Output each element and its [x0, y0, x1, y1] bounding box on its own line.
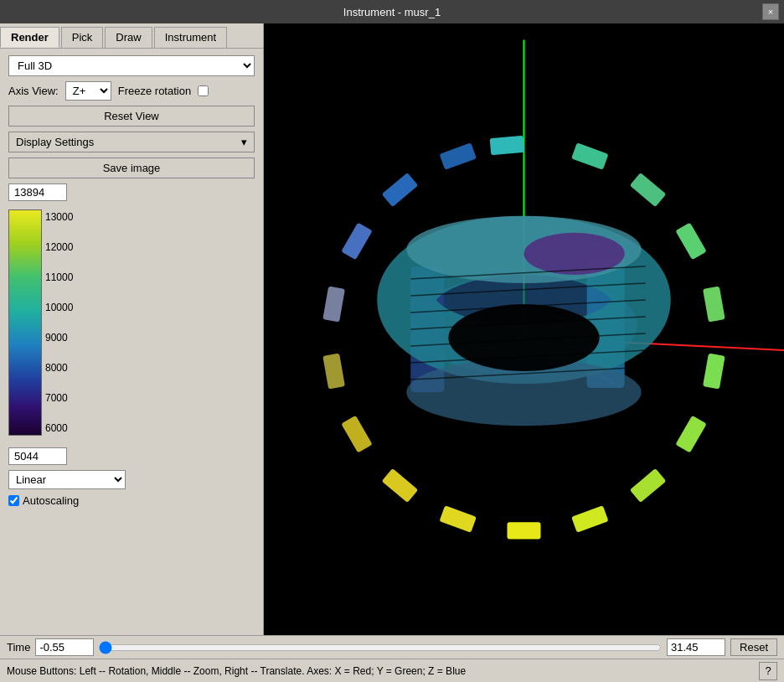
left-panel: Render Pick Draw Instrument Full 3D Axis…	[0, 23, 264, 635]
svg-rect-14	[507, 522, 540, 539]
time-reset-button[interactable]: Reset	[730, 638, 777, 656]
colorbar-label-7000: 7000	[45, 392, 73, 404]
scale-type-select[interactable]: Linear Log Power	[8, 470, 126, 489]
axis-view-select[interactable]: Z+ X+ Y+ Z- X- Y-	[65, 81, 111, 101]
colorbar-label-12000: 12000	[45, 241, 73, 253]
save-image-button[interactable]: Save image	[8, 158, 255, 178]
time-label: Time	[7, 641, 30, 654]
controls-panel: Full 3D Axis View: Z+ X+ Y+ Z- X- Y- Fre…	[0, 49, 263, 635]
scene-svg	[264, 23, 784, 635]
dropdown-arrow-icon: ▾	[241, 136, 247, 148]
status-message: Mouse Buttons: Left -- Rotation, Middle …	[7, 665, 466, 677]
bottom-controls: Linear Log Power Autoscaling	[8, 444, 255, 510]
max-value-input[interactable]	[8, 183, 67, 201]
min-value-input[interactable]	[8, 447, 67, 465]
display-settings-button[interactable]: Display Settings▾	[8, 132, 255, 152]
colorbar-label-6000: 6000	[45, 422, 73, 434]
main-content: Render Pick Draw Instrument Full 3D Axis…	[0, 23, 784, 635]
status-bar: Mouse Buttons: Left -- Rotation, Middle …	[0, 659, 784, 682]
tab-render[interactable]: Render	[0, 27, 59, 48]
colorbar-label-8000: 8000	[45, 362, 73, 374]
time-slider[interactable]	[99, 639, 662, 656]
tab-pick[interactable]: Pick	[61, 27, 104, 48]
svg-rect-0	[9, 210, 41, 435]
colorbar-labels: 13000 12000 11000 10000 9000 8000 7000 6…	[45, 209, 73, 436]
colorbar-gradient	[8, 209, 42, 436]
3d-viewport[interactable]	[264, 23, 784, 635]
window-title: Instrument - musr_1	[343, 6, 441, 18]
autoscale-row: Autoscaling	[8, 494, 255, 507]
colorbar-label-9000: 9000	[45, 332, 73, 344]
reset-view-button[interactable]: Reset View	[8, 106, 255, 127]
tab-instrument[interactable]: Instrument	[154, 27, 227, 48]
titlebar: Instrument - musr_1 ×	[0, 0, 784, 23]
tab-draw[interactable]: Draw	[105, 27, 152, 48]
display-settings-label: Display Settings	[16, 136, 94, 148]
colorbar-label-11000: 11000	[45, 271, 73, 283]
axis-view-label: Axis View:	[8, 85, 59, 97]
colorbar-label-10000: 10000	[45, 302, 73, 313]
projection-select[interactable]: Full 3D	[8, 55, 255, 76]
bottom-time-bar: Time Reset	[0, 635, 784, 659]
close-button[interactable]: ×	[762, 3, 779, 20]
colorbar-label-13000: 13000	[45, 211, 73, 223]
time-start-input[interactable]	[35, 638, 94, 656]
freeze-rotation-checkbox[interactable]	[198, 85, 209, 96]
freeze-rotation-label: Freeze rotation	[118, 85, 191, 97]
svg-rect-5	[490, 136, 525, 155]
axis-view-row: Axis View: Z+ X+ Y+ Z- X- Y- Freeze rota…	[8, 81, 255, 101]
autoscale-checkbox[interactable]	[8, 495, 19, 506]
help-button[interactable]: ?	[759, 662, 777, 680]
autoscale-label: Autoscaling	[23, 494, 79, 507]
tab-bar: Render Pick Draw Instrument	[0, 23, 263, 49]
time-end-input[interactable]	[667, 638, 725, 656]
colorbar-section: 13000 12000 11000 10000 9000 8000 7000 6…	[8, 206, 255, 439]
